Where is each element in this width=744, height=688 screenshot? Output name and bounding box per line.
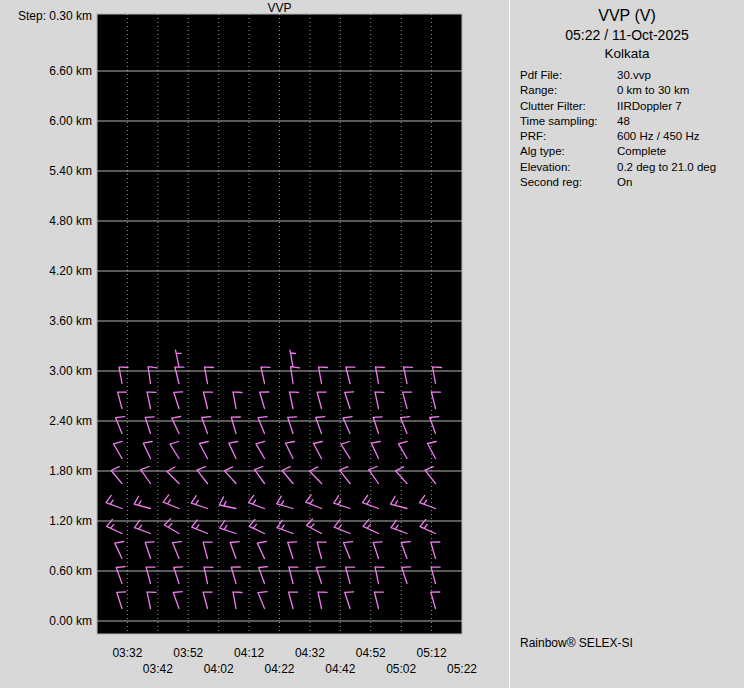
info-value: 48 [617,114,744,129]
info-label: Range: [520,83,617,98]
info-label: PRF: [520,129,617,144]
x-axis-tick-label: 04:12 [219,646,279,660]
y-axis-tick-label: 2.40 km [30,414,92,428]
y-axis-tick-label: 1.80 km [30,464,92,478]
y-axis-tick-label: 1.20 km [30,514,92,528]
info-value: Complete [617,144,744,159]
x-axis-tick-label: 03:32 [97,646,157,660]
x-axis-tick-label: 05:22 [432,662,492,676]
product-info-list: Pdf File:30.vvpRange:0 km to 30 kmClutte… [520,68,744,190]
x-axis-tick-label: 05:02 [371,662,431,676]
info-row: Pdf File:30.vvp [520,68,744,83]
product-title: VVP (V) [510,7,744,25]
info-value: IIRDoppler 7 [617,99,744,114]
y-axis-tick-label: 0.60 km [30,564,92,578]
info-value: 600 Hz / 450 Hz [617,129,744,144]
info-row: PRF:600 Hz / 450 Hz [520,129,744,144]
y-axis-tick-label: 0.00 km [30,614,92,628]
y-axis-tick-label: 3.60 km [30,314,92,328]
x-axis-tick-label: 04:52 [341,646,401,660]
x-axis-tick-label: 03:42 [128,662,188,676]
y-axis-tick-label: 4.20 km [30,264,92,278]
info-panel: VVP (V) 05:22 / 11-Oct-2025 Kolkata Pdf … [510,0,744,688]
info-row: Range:0 km to 30 km [520,83,744,98]
product-datetime: 05:22 / 11-Oct-2025 [510,27,744,43]
info-value: On [617,175,744,190]
vvp-product-window: Step: 0.30 km VVP 6.60 km6.00 km5.40 km4… [0,0,744,688]
site-name: Kolkata [510,46,744,61]
x-axis-tick-label: 03:52 [158,646,218,660]
x-axis-tick-label: 04:02 [189,662,249,676]
software-brand: Rainbow® SELEX-SI [520,636,633,650]
info-row: Second reg:On [520,175,744,190]
info-row: Elevation:0.2 deg to 21.0 deg [520,160,744,175]
info-label: Pdf File: [520,68,617,83]
x-axis-tick-label: 04:42 [310,662,370,676]
info-row: Time sampling:48 [520,114,744,129]
y-axis-tick-label: 4.80 km [30,214,92,228]
info-row: Clutter Filter:IIRDoppler 7 [520,99,744,114]
info-value: 30.vvp [617,68,744,83]
info-label: Time sampling: [520,114,617,129]
y-axis-tick-label: 3.00 km [30,364,92,378]
info-value: 0.2 deg to 21.0 deg [617,160,744,175]
info-label: Second reg: [520,175,617,190]
y-axis-tick-label: 5.40 km [30,164,92,178]
x-axis-tick-label: 04:22 [250,662,310,676]
info-label: Clutter Filter: [520,99,617,114]
info-value: 0 km to 30 km [617,83,744,98]
x-axis-tick-label: 04:32 [280,646,340,660]
info-label: Elevation: [520,160,617,175]
x-axis-tick-label: 05:12 [402,646,462,660]
y-axis-tick-label: 6.60 km [30,64,92,78]
info-row: Alg type:Complete [520,144,744,159]
info-label: Alg type: [520,144,617,159]
y-axis-tick-label: 6.00 km [30,114,92,128]
